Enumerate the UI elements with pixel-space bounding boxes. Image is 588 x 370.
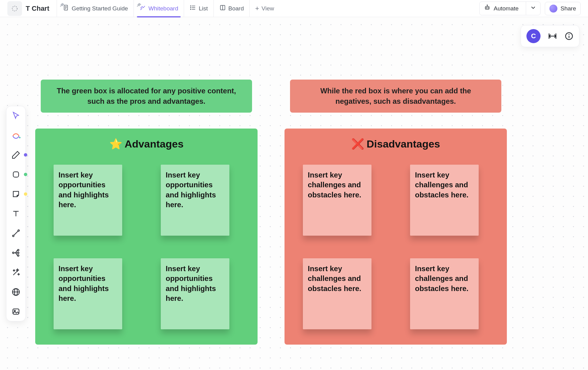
tab-label: Getting Started Guide <box>72 5 128 12</box>
tool-ai-magic[interactable] <box>11 267 21 278</box>
disadvantage-card[interactable]: Insert key challenges and obstacles here… <box>303 165 371 236</box>
tool-web-embed[interactable] <box>11 287 21 297</box>
canvas-corner-controls: C <box>521 25 579 47</box>
add-view-label: View <box>262 5 274 12</box>
info-icon[interactable] <box>564 32 574 41</box>
svg-rect-38 <box>13 309 19 314</box>
cross-icon: ❌ <box>351 138 364 150</box>
advantages-description-note[interactable]: The green box is allocated for any posit… <box>41 80 252 113</box>
share-label: Share <box>560 5 576 12</box>
svg-point-29 <box>13 235 14 237</box>
chevron-down-icon <box>530 4 537 11</box>
disadvantage-card[interactable]: Insert key challenges and obstacles here… <box>303 258 371 329</box>
svg-point-31 <box>13 252 14 254</box>
disadvantage-card[interactable]: Insert key challenges and obstacles here… <box>410 258 479 329</box>
color-dot-icon <box>24 173 27 176</box>
robot-icon <box>484 4 491 13</box>
whiteboard-toolbar <box>6 106 26 321</box>
color-dot-icon <box>24 153 27 157</box>
color-dot-icon <box>24 192 27 196</box>
svg-point-8 <box>190 6 191 6</box>
view-tabs: Getting Started Guide Whiteboard List <box>57 0 280 17</box>
advantages-heading-text: Advantages <box>125 138 184 150</box>
tab-label: Board <box>228 5 244 12</box>
svg-point-14 <box>486 8 487 8</box>
tab-getting-started[interactable]: Getting Started Guide <box>57 0 134 17</box>
disadvantages-heading: ❌Disadvantages <box>297 138 495 150</box>
tab-board[interactable]: Board <box>213 0 250 17</box>
document-icon[interactable] <box>7 1 22 16</box>
presence-avatar[interactable]: C <box>526 29 541 43</box>
svg-point-15 <box>488 8 488 8</box>
disadvantages-heading-text: Disadvantages <box>367 138 440 150</box>
tool-ai-generate[interactable] <box>11 130 21 140</box>
fit-width-icon[interactable] <box>548 32 557 41</box>
advantage-card[interactable]: Insert key opportunities and highlights … <box>54 165 122 236</box>
tool-mindmap[interactable] <box>11 248 21 258</box>
advantage-card[interactable]: Insert key opportunities and highlights … <box>161 165 229 236</box>
svg-point-9 <box>190 7 191 8</box>
advantage-card[interactable]: Insert key opportunities and highlights … <box>161 258 229 329</box>
tool-sticky-note[interactable] <box>11 189 21 199</box>
t-chart: The green box is allocated for any posit… <box>35 80 507 345</box>
tool-image[interactable] <box>11 306 21 317</box>
tab-whiteboard[interactable]: Whiteboard <box>134 0 184 17</box>
svg-point-0 <box>12 6 17 11</box>
disadvantages-description-note[interactable]: While the red box is where you can add t… <box>290 80 501 113</box>
pin-icon <box>136 2 139 6</box>
automate-label: Automate <box>494 5 518 12</box>
svg-rect-26 <box>13 172 19 177</box>
automate-dropdown[interactable] <box>526 2 540 15</box>
tool-text[interactable] <box>11 208 21 219</box>
automate-button[interactable]: Automate <box>479 2 541 15</box>
tab-label: Whiteboard <box>149 5 178 12</box>
star-icon: ⭐ <box>109 138 122 150</box>
share-avatar-icon <box>549 5 557 13</box>
pin-icon <box>59 2 62 6</box>
svg-point-30 <box>18 230 19 231</box>
svg-point-33 <box>17 252 19 254</box>
plus-icon: + <box>255 5 259 12</box>
svg-point-34 <box>17 255 19 256</box>
svg-point-10 <box>190 9 191 10</box>
advantage-card[interactable]: Insert key opportunities and highlights … <box>54 258 122 329</box>
tool-connector[interactable] <box>11 228 21 238</box>
tool-pen[interactable] <box>11 150 21 160</box>
disadvantages-panel[interactable]: ❌Disadvantages Insert key challenges and… <box>285 129 507 345</box>
svg-point-23 <box>569 34 570 35</box>
disadvantage-card[interactable]: Insert key challenges and obstacles here… <box>410 165 479 236</box>
whiteboard-canvas[interactable]: C <box>0 17 588 370</box>
tab-list[interactable]: List <box>184 0 213 17</box>
svg-point-32 <box>17 249 19 251</box>
advantages-column: The green box is allocated for any posit… <box>35 80 258 345</box>
advantages-panel[interactable]: ⭐Advantages Insert key opportunities and… <box>35 129 258 345</box>
app-topbar: T Chart Getting Started Guide Whiteboard <box>0 0 588 17</box>
tab-label: List <box>199 5 208 12</box>
board-view-icon <box>219 4 226 13</box>
tool-shape[interactable] <box>11 169 21 180</box>
svg-point-17 <box>487 5 488 6</box>
add-view-button[interactable]: + View <box>249 0 280 17</box>
document-title[interactable]: T Chart <box>26 5 49 13</box>
advantages-heading: ⭐Advantages <box>47 138 245 150</box>
list-view-icon <box>190 4 196 13</box>
disadvantages-column: While the red box is where you can add t… <box>285 80 507 345</box>
tool-cursor[interactable] <box>11 110 21 121</box>
share-button[interactable]: Share <box>545 2 581 15</box>
